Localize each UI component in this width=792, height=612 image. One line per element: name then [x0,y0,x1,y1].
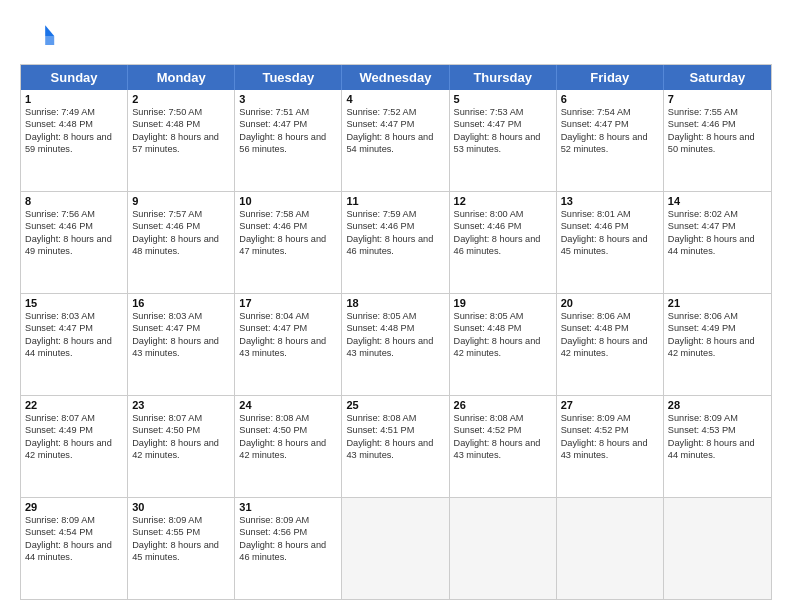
day-cell-22: 22 Sunrise: 8:07 AM Sunset: 4:49 PM Dayl… [21,396,128,497]
day-cell-23: 23 Sunrise: 8:07 AM Sunset: 4:50 PM Dayl… [128,396,235,497]
cell-content: Sunrise: 7:54 AM Sunset: 4:47 PM Dayligh… [561,106,659,156]
day-number: 12 [454,195,552,207]
day-number: 29 [25,501,123,513]
day-number: 17 [239,297,337,309]
cell-content: Sunrise: 7:56 AM Sunset: 4:46 PM Dayligh… [25,208,123,258]
day-number: 14 [668,195,767,207]
cell-content: Sunrise: 8:07 AM Sunset: 4:50 PM Dayligh… [132,412,230,462]
day-cell-2: 2 Sunrise: 7:50 AM Sunset: 4:48 PM Dayli… [128,90,235,191]
cell-content: Sunrise: 8:09 AM Sunset: 4:56 PM Dayligh… [239,514,337,564]
day-cell-26: 26 Sunrise: 8:08 AM Sunset: 4:52 PM Dayl… [450,396,557,497]
calendar-row-1: 1 Sunrise: 7:49 AM Sunset: 4:48 PM Dayli… [21,90,771,191]
logo-icon [20,18,56,54]
day-cell-12: 12 Sunrise: 8:00 AM Sunset: 4:46 PM Dayl… [450,192,557,293]
cell-content: Sunrise: 8:09 AM Sunset: 4:54 PM Dayligh… [25,514,123,564]
day-cell-14: 14 Sunrise: 8:02 AM Sunset: 4:47 PM Dayl… [664,192,771,293]
day-cell-29: 29 Sunrise: 8:09 AM Sunset: 4:54 PM Dayl… [21,498,128,599]
day-cell-24: 24 Sunrise: 8:08 AM Sunset: 4:50 PM Dayl… [235,396,342,497]
cell-content: Sunrise: 8:09 AM Sunset: 4:52 PM Dayligh… [561,412,659,462]
cell-content: Sunrise: 8:05 AM Sunset: 4:48 PM Dayligh… [346,310,444,360]
day-cell-6: 6 Sunrise: 7:54 AM Sunset: 4:47 PM Dayli… [557,90,664,191]
day-number: 24 [239,399,337,411]
day-number: 23 [132,399,230,411]
day-cell-18: 18 Sunrise: 8:05 AM Sunset: 4:48 PM Dayl… [342,294,449,395]
calendar-row-4: 22 Sunrise: 8:07 AM Sunset: 4:49 PM Dayl… [21,395,771,497]
day-number: 7 [668,93,767,105]
day-cell-15: 15 Sunrise: 8:03 AM Sunset: 4:47 PM Dayl… [21,294,128,395]
cell-content: Sunrise: 8:04 AM Sunset: 4:47 PM Dayligh… [239,310,337,360]
day-number: 9 [132,195,230,207]
day-number: 2 [132,93,230,105]
day-number: 6 [561,93,659,105]
svg-marker-1 [45,36,54,45]
day-cell-21: 21 Sunrise: 8:06 AM Sunset: 4:49 PM Dayl… [664,294,771,395]
day-cell-5: 5 Sunrise: 7:53 AM Sunset: 4:47 PM Dayli… [450,90,557,191]
day-cell-9: 9 Sunrise: 7:57 AM Sunset: 4:46 PM Dayli… [128,192,235,293]
header [20,18,772,54]
day-header-wednesday: Wednesday [342,65,449,90]
cell-content: Sunrise: 8:09 AM Sunset: 4:55 PM Dayligh… [132,514,230,564]
day-number: 11 [346,195,444,207]
page: SundayMondayTuesdayWednesdayThursdayFrid… [0,0,792,612]
day-cell-3: 3 Sunrise: 7:51 AM Sunset: 4:47 PM Dayli… [235,90,342,191]
cell-content: Sunrise: 8:06 AM Sunset: 4:49 PM Dayligh… [668,310,767,360]
day-header-saturday: Saturday [664,65,771,90]
day-cell-13: 13 Sunrise: 8:01 AM Sunset: 4:46 PM Dayl… [557,192,664,293]
cell-content: Sunrise: 8:03 AM Sunset: 4:47 PM Dayligh… [25,310,123,360]
day-cell-7: 7 Sunrise: 7:55 AM Sunset: 4:46 PM Dayli… [664,90,771,191]
empty-cell [664,498,771,599]
day-cell-10: 10 Sunrise: 7:58 AM Sunset: 4:46 PM Dayl… [235,192,342,293]
empty-cell [342,498,449,599]
day-number: 20 [561,297,659,309]
day-cell-31: 31 Sunrise: 8:09 AM Sunset: 4:56 PM Dayl… [235,498,342,599]
cell-content: Sunrise: 8:08 AM Sunset: 4:50 PM Dayligh… [239,412,337,462]
day-header-friday: Friday [557,65,664,90]
day-cell-20: 20 Sunrise: 8:06 AM Sunset: 4:48 PM Dayl… [557,294,664,395]
calendar: SundayMondayTuesdayWednesdayThursdayFrid… [20,64,772,600]
cell-content: Sunrise: 8:02 AM Sunset: 4:47 PM Dayligh… [668,208,767,258]
calendar-body: 1 Sunrise: 7:49 AM Sunset: 4:48 PM Dayli… [21,90,771,599]
cell-content: Sunrise: 8:08 AM Sunset: 4:51 PM Dayligh… [346,412,444,462]
day-number: 22 [25,399,123,411]
day-number: 27 [561,399,659,411]
calendar-header: SundayMondayTuesdayWednesdayThursdayFrid… [21,65,771,90]
cell-content: Sunrise: 8:00 AM Sunset: 4:46 PM Dayligh… [454,208,552,258]
day-header-sunday: Sunday [21,65,128,90]
cell-content: Sunrise: 8:09 AM Sunset: 4:53 PM Dayligh… [668,412,767,462]
day-cell-11: 11 Sunrise: 7:59 AM Sunset: 4:46 PM Dayl… [342,192,449,293]
day-number: 16 [132,297,230,309]
empty-cell [557,498,664,599]
empty-cell [450,498,557,599]
calendar-row-5: 29 Sunrise: 8:09 AM Sunset: 4:54 PM Dayl… [21,497,771,599]
day-number: 4 [346,93,444,105]
cell-content: Sunrise: 7:57 AM Sunset: 4:46 PM Dayligh… [132,208,230,258]
day-cell-28: 28 Sunrise: 8:09 AM Sunset: 4:53 PM Dayl… [664,396,771,497]
cell-content: Sunrise: 8:01 AM Sunset: 4:46 PM Dayligh… [561,208,659,258]
day-number: 1 [25,93,123,105]
day-number: 28 [668,399,767,411]
day-header-thursday: Thursday [450,65,557,90]
day-number: 13 [561,195,659,207]
logo [20,18,60,54]
day-number: 19 [454,297,552,309]
day-number: 26 [454,399,552,411]
cell-content: Sunrise: 7:55 AM Sunset: 4:46 PM Dayligh… [668,106,767,156]
day-header-monday: Monday [128,65,235,90]
day-cell-8: 8 Sunrise: 7:56 AM Sunset: 4:46 PM Dayli… [21,192,128,293]
day-cell-1: 1 Sunrise: 7:49 AM Sunset: 4:48 PM Dayli… [21,90,128,191]
cell-content: Sunrise: 7:51 AM Sunset: 4:47 PM Dayligh… [239,106,337,156]
day-number: 31 [239,501,337,513]
day-cell-19: 19 Sunrise: 8:05 AM Sunset: 4:48 PM Dayl… [450,294,557,395]
day-number: 15 [25,297,123,309]
cell-content: Sunrise: 8:03 AM Sunset: 4:47 PM Dayligh… [132,310,230,360]
cell-content: Sunrise: 7:52 AM Sunset: 4:47 PM Dayligh… [346,106,444,156]
day-number: 21 [668,297,767,309]
cell-content: Sunrise: 7:49 AM Sunset: 4:48 PM Dayligh… [25,106,123,156]
day-number: 8 [25,195,123,207]
day-cell-17: 17 Sunrise: 8:04 AM Sunset: 4:47 PM Dayl… [235,294,342,395]
cell-content: Sunrise: 7:53 AM Sunset: 4:47 PM Dayligh… [454,106,552,156]
day-number: 3 [239,93,337,105]
calendar-row-3: 15 Sunrise: 8:03 AM Sunset: 4:47 PM Dayl… [21,293,771,395]
day-cell-30: 30 Sunrise: 8:09 AM Sunset: 4:55 PM Dayl… [128,498,235,599]
day-cell-27: 27 Sunrise: 8:09 AM Sunset: 4:52 PM Dayl… [557,396,664,497]
